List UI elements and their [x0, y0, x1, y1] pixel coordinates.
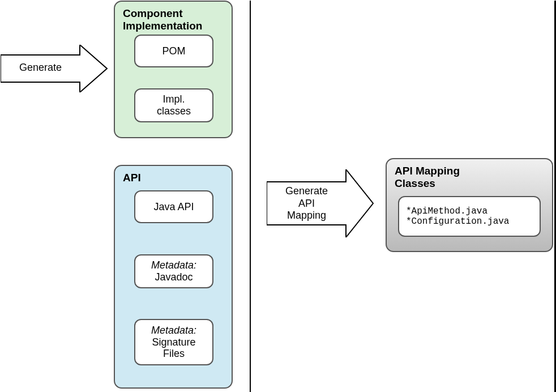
generate-arrow: Generate — [1, 45, 108, 92]
generate-arrow-label: Generate — [5, 62, 76, 74]
api-mapping-classes-title: API Mapping Classes — [395, 165, 544, 190]
impl-classes-box: Impl. classes — [134, 88, 213, 122]
javadoc-box: Metadata: Javadoc — [134, 254, 213, 288]
mapping-files-box: *ApiMethod.java *Configuration.java — [398, 196, 541, 237]
signature-files-box: Metadata: Signature Files — [134, 319, 213, 365]
generate-api-mapping-label: Generate API Mapping — [271, 185, 342, 222]
generate-api-mapping-arrow: Generate API Mapping — [267, 169, 374, 237]
diagram-canvas: Generate Component Implementation POM Im… — [0, 0, 556, 392]
pom-box: POM — [134, 35, 213, 67]
section-divider — [250, 1, 251, 392]
api-title: API — [123, 172, 224, 184]
java-api-box: Java API — [134, 190, 213, 223]
component-implementation-title: Component Implementation — [123, 7, 224, 32]
